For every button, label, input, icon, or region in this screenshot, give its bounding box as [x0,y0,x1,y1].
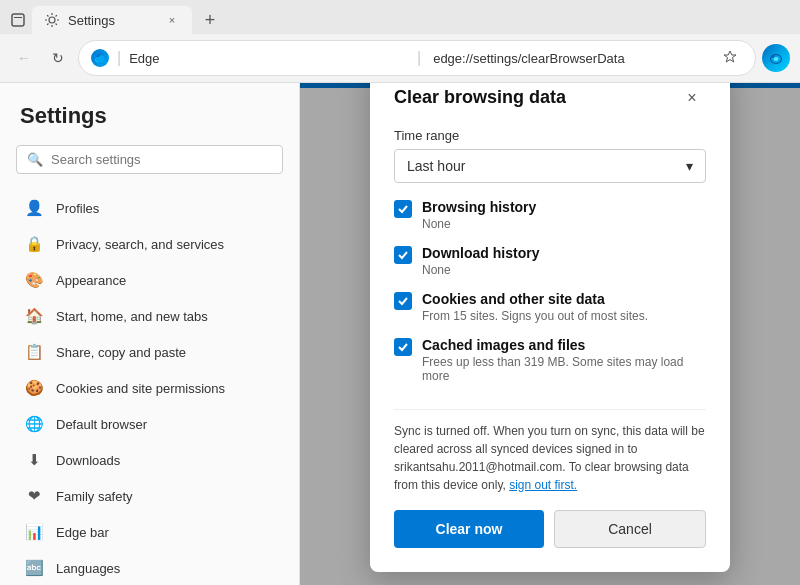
tab-close-btn[interactable]: × [164,12,180,28]
modal-overlay: Clear browsing data × Time range Last ho… [300,83,800,585]
address-url-sep: | [417,49,421,67]
option-desc-download-history: None [422,263,706,277]
checkbox-cookies[interactable] [394,292,412,310]
share-icon: 📋 [24,342,44,362]
dialog-actions: Clear now Cancel [394,510,706,548]
address-bar[interactable]: | Edge | edge://settings/clearBrowserDat… [78,40,756,76]
sidebar-item-label: Edge bar [56,525,109,540]
svg-point-2 [49,17,55,23]
sidebar-item-label: Cookies and site permissions [56,381,225,396]
clear-now-btn[interactable]: Clear now [394,510,544,548]
sidebar-title: Settings [0,103,299,145]
sidebar-item-label: Start, home, and new tabs [56,309,208,324]
settings-tab[interactable]: Settings × [32,6,192,34]
favorites-btn[interactable] [717,45,743,71]
time-range-value: Last hour [407,158,465,174]
sidebar-item-family[interactable]: ❤ Family safety [4,478,295,514]
svg-point-6 [774,57,779,61]
time-range-label: Time range [394,128,706,143]
sidebar-item-label: Profiles [56,201,99,216]
sidebar: Settings 🔍 👤 Profiles 🔒 Privacy, search,… [0,83,300,585]
sidebar-item-privacy[interactable]: 🔒 Privacy, search, and services [4,226,295,262]
profiles-icon: 👤 [24,198,44,218]
sidebar-item-label: Share, copy and paste [56,345,186,360]
search-input[interactable] [51,152,272,167]
sidebar-item-profiles[interactable]: 👤 Profiles [4,190,295,226]
languages-icon: 🔤 [24,558,44,578]
sidebar-item-share[interactable]: 📋 Share, copy and paste [4,334,295,370]
options-list: Browsing history None Download history N… [394,199,706,397]
checkbox-cached[interactable] [394,338,412,356]
sidebar-item-label: Downloads [56,453,120,468]
nav-items-container: 👤 Profiles 🔒 Privacy, search, and servic… [0,190,299,585]
option-desc-cached: Frees up less than 319 MB. Some sites ma… [422,355,706,383]
default-browser-icon: 🌐 [24,414,44,434]
sidebar-item-label: Privacy, search, and services [56,237,224,252]
clear-browsing-data-dialog: Clear browsing data × Time range Last ho… [370,83,730,572]
downloads-icon: ⬇ [24,450,44,470]
appearance-icon: 🎨 [24,270,44,290]
option-title-download-history: Download history [422,245,706,261]
refresh-btn[interactable]: ↻ [44,44,72,72]
sidebar-item-cookies[interactable]: 🍪 Cookies and site permissions [4,370,295,406]
option-title-cookies: Cookies and other site data [422,291,706,307]
search-box[interactable]: 🔍 [16,145,283,174]
sidebar-item-languages[interactable]: 🔤 Languages [4,550,295,585]
dialog-title: Clear browsing data [394,87,566,108]
sidebar-item-edge-bar[interactable]: 📊 Edge bar [4,514,295,550]
new-tab-btn[interactable]: + [196,6,224,34]
checkbox-browsing-history[interactable] [394,200,412,218]
sidebar-item-label: Languages [56,561,120,576]
cookies-icon: 🍪 [24,378,44,398]
tab-bar: Settings × + [0,0,800,34]
sidebar-item-label: Appearance [56,273,126,288]
search-icon: 🔍 [27,152,43,167]
edge-profile-icon[interactable] [762,44,790,72]
time-range-select[interactable]: Last hour ▾ [394,149,706,183]
address-separator: | [117,49,121,67]
back-btn[interactable]: ← [10,44,38,72]
option-text-cached: Cached images and files Frees up less th… [422,337,706,383]
family-icon: ❤ [24,486,44,506]
address-url: edge://settings/clearBrowserData [433,51,709,66]
sidebar-item-start[interactable]: 🏠 Start, home, and new tabs [4,298,295,334]
checkbox-download-history[interactable] [394,246,412,264]
address-site: Edge [129,51,405,66]
dialog-header: Clear browsing data × [394,84,706,112]
sidebar-item-label: Family safety [56,489,133,504]
content-area: Clear browsing data × Time range Last ho… [300,83,800,585]
chevron-down-icon: ▾ [686,158,693,174]
dialog-close-btn[interactable]: × [678,84,706,112]
tab-label: Settings [68,13,156,28]
main-area: Settings 🔍 👤 Profiles 🔒 Privacy, search,… [0,83,800,585]
option-browsing-history: Browsing history None [394,199,706,231]
svg-rect-0 [12,14,24,26]
sidebar-item-downloads[interactable]: ⬇ Downloads [4,442,295,478]
option-text-browsing-history: Browsing history None [422,199,706,231]
sidebar-item-default-browser[interactable]: 🌐 Default browser [4,406,295,442]
option-title-browsing-history: Browsing history [422,199,706,215]
nav-bar: ← ↻ | Edge | edge://settings/clearBrowse… [0,34,800,83]
option-cookies: Cookies and other site data From 15 site… [394,291,706,323]
option-text-cookies: Cookies and other site data From 15 site… [422,291,706,323]
option-desc-cookies: From 15 sites. Signs you out of most sit… [422,309,706,323]
sign-out-link[interactable]: sign out first. [509,478,577,492]
start-icon: 🏠 [24,306,44,326]
browser-chrome: Settings × + ← ↻ | Edge | edge://setting… [0,0,800,83]
sidebar-item-appearance[interactable]: 🎨 Appearance [4,262,295,298]
sync-notice: Sync is turned off. When you turn on syn… [394,409,706,494]
settings-tab-icon [44,12,60,28]
option-download-history: Download history None [394,245,706,277]
edge-logo-icon [91,49,109,67]
edge-bar-icon: 📊 [24,522,44,542]
privacy-icon: 🔒 [24,234,44,254]
sidebar-item-label: Default browser [56,417,147,432]
address-actions [717,45,743,71]
window-icon-btn[interactable] [8,10,28,30]
option-text-download-history: Download history None [422,245,706,277]
option-desc-browsing-history: None [422,217,706,231]
option-title-cached: Cached images and files [422,337,706,353]
svg-rect-1 [14,17,22,18]
option-cached: Cached images and files Frees up less th… [394,337,706,383]
cancel-btn[interactable]: Cancel [554,510,706,548]
